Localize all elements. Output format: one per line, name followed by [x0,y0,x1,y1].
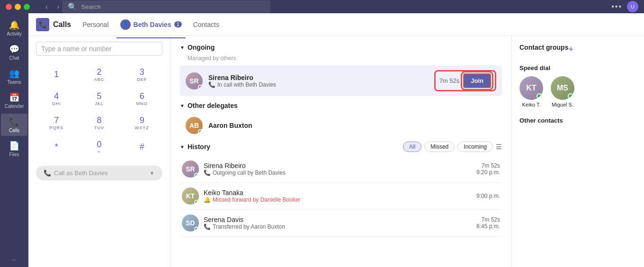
sidebar-item-calendar[interactable]: 📅 Calender [1,89,27,112]
calls-label: Calls [9,128,19,133]
tab-contacts[interactable]: Contacts [189,19,223,30]
sirena-name: Sirena Ribeiro [208,74,429,81]
aaron-status-dot [198,129,203,134]
left-nav: 🔔 Activity 💬 Chat 👥 Teams 📅 Calender 📞 C… [0,13,28,267]
search-input[interactable] [81,3,265,10]
filter-all-button[interactable]: All [403,142,421,152]
filter-missed-button[interactable]: Missed [424,142,455,152]
keiko-history-avatar: KT [182,187,199,205]
sirena-history-name: Sirena Ribeiro [204,162,472,169]
filter-incoming-button[interactable]: Incoming [457,142,493,152]
keiko-sd-status [537,93,542,99]
history-row-keiko[interactable]: KT Keiko Tanaka 🔔 Missed forward by Dani… [180,183,502,210]
serena-history-meta: 7m 52s 8:45 p.m. [476,216,500,230]
key-6[interactable]: 6MNO [122,88,162,110]
user-avatar[interactable]: U [627,1,638,12]
history-label: History [188,143,210,151]
aaron-name: Aaron Buxton [208,122,252,129]
forward-arrow[interactable]: › [54,2,63,11]
activity-icon: 🔔 [9,20,19,30]
history-header: ▼ History All Missed Incoming ☰ [180,142,502,152]
sirena-history-avatar: SR [182,160,199,178]
contact-groups-header: Contact groups + [519,44,636,57]
key-2[interactable]: 2ABC [79,63,119,86]
serena-history-sub: 📞 Transferred by Aaron Buxton [204,223,472,230]
content-area: 📞 Calls Personal 👤 Beth Davies 1 Contact… [28,13,644,267]
search-bar[interactable]: 🔍 [62,0,270,13]
history-row-sirena[interactable]: SR Sirena Ribeiro 📞 Outgoing call by Bet… [180,156,502,183]
history-row-serena[interactable]: SD Serena Davis 📞 Transferred by Aaron B… [180,210,502,237]
key-hash[interactable]: # [122,136,162,158]
keiko-sd-avatar: KT [519,76,543,100]
sidebar-item-activity[interactable]: 🔔 Activity [1,17,27,39]
join-button[interactable]: Join [463,73,491,88]
more-options-icon[interactable]: ••• [611,2,622,11]
delegate-row[interactable]: AB Aaron Buxton [180,113,502,138]
serena-history-name: Serena Davis [204,216,472,223]
sirena-info: Sirena Ribeiro 📞 In call with Beth Davie… [208,74,429,88]
phone-small-icon: 📞 [44,169,51,177]
delegates-section-header: ▼ Other delegates [180,102,502,109]
tab-personal[interactable]: Personal [79,19,112,30]
key-9[interactable]: 9WXYZ [122,112,162,134]
call-as-button: 📞 Call as Beth Davies ▼ [36,166,162,180]
call-dropdown-arrow[interactable]: ▼ [149,170,155,177]
add-contact-group-button[interactable]: + [568,44,573,54]
key-1[interactable]: 1 [36,63,77,86]
keiko-history-name: Keiko Tanaka [204,189,472,196]
ongoing-collapse-arrow[interactable]: ▼ [180,45,185,50]
number-input[interactable] [36,42,162,56]
sidebar-item-chat[interactable]: 💬 Chat [1,41,27,63]
key-5[interactable]: 5JKL [79,88,119,110]
minimize-btn[interactable] [15,4,21,10]
key-0[interactable]: 0+ [79,136,119,158]
center-panel: ▼ Ongoing Managed by others SR Sirena Ri… [170,36,511,267]
page-title: Calls [53,20,71,29]
activity-label: Activity [7,31,22,36]
serena-history-avatar: SD [182,214,199,231]
keiko-time: 9:00 p.m. [476,193,500,199]
close-btn[interactable] [6,4,12,10]
call-as-label: 📞 Call as Beth Davies [44,169,107,177]
ongoing-label: Ongoing [188,44,215,51]
key-4[interactable]: 4GHI [36,88,77,110]
tab-beth-davies[interactable]: 👤 Beth Davies 1 [116,18,186,32]
sirena-time: 9:20 p.m. [476,169,500,176]
sidebar-more[interactable]: ... [1,252,27,267]
beth-tab-label: Beth Davies [134,21,171,28]
sirena-history-dot [194,173,199,178]
sidebar-item-calls[interactable]: 📞 Calls [1,114,27,136]
sirena-duration: 7m 52s [476,162,500,169]
traffic-lights [0,0,38,13]
history-section-title: ▼ History [180,143,210,151]
history-collapse-arrow[interactable]: ▼ [180,144,185,150]
filter-options-icon[interactable]: ☰ [496,143,502,151]
chat-label: Chat [9,55,19,61]
status-dot [198,85,203,89]
speed-dial-miguel[interactable]: MS Miguel S. [551,76,574,107]
sirena-avatar: SR [186,72,203,89]
serena-history-dot [194,227,199,231]
title-bar-right: ••• U [611,1,644,12]
dialpad-panel: 1 2ABC 3DEF 4GHI 5JKL 6MNO 7PQRS 8TUV 9W… [28,36,170,267]
sidebar-item-files[interactable]: 📄 Files [1,138,27,160]
page-header: 📞 Calls Personal 👤 Beth Davies 1 Contact… [28,13,644,36]
outgoing-icon: 📞 [204,169,211,176]
key-3[interactable]: 3DEF [122,63,162,86]
sirena-status: 📞 In call with Beth Davies [208,81,429,88]
key-8[interactable]: 8TUV [79,112,119,134]
nav-arrows: ‹ › [43,2,62,11]
back-arrow[interactable]: ‹ [43,2,51,11]
key-star[interactable]: * [36,136,77,158]
speed-dial-keiko[interactable]: KT Keiko T. [519,76,543,107]
key-7[interactable]: 7PQRS [36,112,77,134]
beth-avatar: 👤 [120,19,131,30]
serena-time: 8:45 p.m. [476,223,500,230]
sidebar-item-teams[interactable]: 👥 Teams [1,65,27,88]
aaron-avatar: AB [186,117,203,134]
speed-dial-title: Speed dial [519,64,636,71]
calendar-label: Calender [5,104,24,109]
delegates-collapse-arrow[interactable]: ▼ [180,103,185,108]
search-icon: 🔍 [68,2,77,11]
maximize-btn[interactable] [24,4,30,10]
